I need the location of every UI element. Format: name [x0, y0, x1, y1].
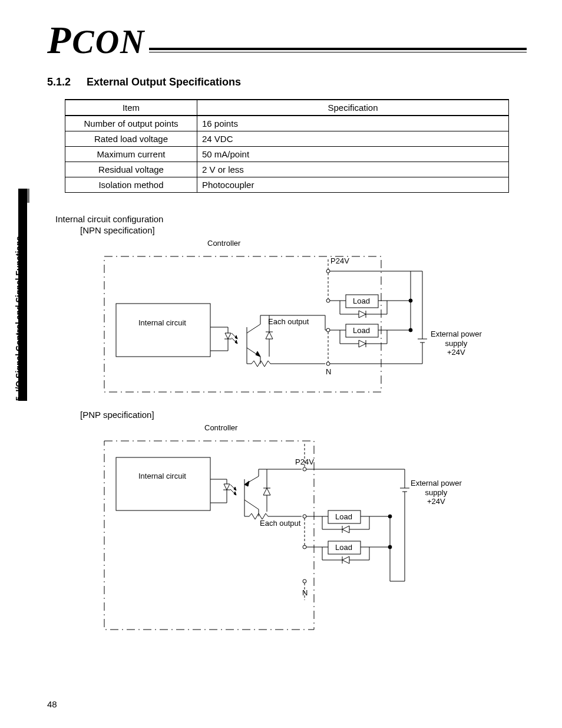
svg-marker-15 — [256, 351, 260, 357]
svg-point-26 — [326, 299, 330, 302]
header: PCON — [47, 21, 527, 60]
lbl-extpwr: External power supply +24V — [431, 330, 482, 357]
table-row: Maximum current 50 mA/point — [65, 147, 509, 162]
cell-item: Number of output points — [65, 116, 197, 131]
cell-item: Isolation method — [65, 177, 197, 193]
pnp-label: [PNP specification] — [80, 410, 527, 420]
cell-item: Residual voltage — [65, 162, 197, 177]
lbl-controller: Controller — [207, 239, 240, 248]
cell-spec: 2 V or less — [197, 162, 509, 177]
lbl-n: N — [326, 367, 331, 377]
lbl-eachout: Each output — [268, 317, 309, 327]
svg-marker-64 — [224, 484, 230, 490]
cell-spec: 50 mA/point — [197, 147, 509, 162]
cell-item: Maximum current — [65, 147, 197, 162]
svg-point-87 — [303, 545, 306, 549]
header-rule — [149, 48, 527, 52]
svg-marker-67 — [234, 487, 236, 490]
svg-rect-61 — [116, 457, 210, 510]
table-row: Residual voltage 2 V or less — [65, 162, 509, 177]
svg-point-27 — [326, 328, 330, 332]
logo: PCON — [47, 21, 146, 60]
lbl-controller2: Controller — [204, 423, 237, 433]
table-header-row: Item Specification — [65, 100, 509, 116]
svg-point-28 — [326, 362, 330, 365]
cell-item: Rated load voltage — [65, 131, 197, 147]
section-number: 5.1.2 — [47, 76, 84, 88]
section-title: 5.1.2 External Output Specifications — [47, 76, 527, 88]
lbl-load2: Load — [353, 326, 370, 335]
npn-diagram: Controller Internal circuit Each output … — [92, 239, 481, 398]
cell-spec: Photocoupler — [197, 177, 509, 193]
svg-marker-4 — [225, 333, 231, 339]
svg-rect-1 — [116, 304, 210, 357]
page-number: 48 — [47, 699, 57, 709]
lbl-p24v: P24V — [330, 256, 349, 266]
cell-spec: 16 points — [197, 116, 509, 131]
svg-point-86 — [303, 515, 306, 518]
svg-marker-112 — [342, 556, 349, 564]
config-heading: Internal circuit configuration — [55, 214, 527, 224]
lbl-p24v2: P24V — [295, 457, 314, 467]
npn-label: [NPN specification] — [80, 225, 527, 235]
lbl-internal2: Internal circuit — [138, 472, 186, 481]
svg-marker-69 — [234, 492, 236, 495]
svg-marker-79 — [263, 488, 270, 495]
table-row: Isolation method Photocoupler — [65, 177, 509, 193]
svg-marker-19 — [266, 332, 273, 339]
svg-marker-49 — [359, 311, 366, 318]
lbl-load3: Load — [335, 512, 352, 522]
pnp-diagram: Controller Internal circuit Each output … — [92, 423, 481, 635]
svg-marker-54 — [359, 340, 366, 347]
svg-line-13 — [247, 324, 260, 333]
lbl-internal: Internal circuit — [138, 318, 186, 328]
table-row: Rated load voltage 24 VDC — [65, 131, 509, 147]
svg-point-88 — [303, 579, 306, 583]
svg-marker-74 — [244, 481, 249, 486]
spec-table: Item Specification Number of output poin… — [65, 99, 509, 193]
lbl-load4: Load — [335, 543, 352, 552]
cell-spec: 24 VDC — [197, 131, 509, 147]
col-item: Item — [65, 100, 197, 116]
lbl-n2: N — [302, 588, 308, 598]
table-row: Number of output points 16 points — [65, 116, 509, 131]
svg-point-25 — [326, 269, 330, 273]
svg-line-75 — [244, 500, 259, 509]
svg-marker-7 — [235, 335, 237, 339]
section-heading: External Output Specifications — [87, 76, 241, 88]
lbl-extpwr2: External power supply +24V — [411, 479, 462, 506]
svg-marker-9 — [235, 340, 237, 344]
col-spec: Specification — [197, 100, 509, 116]
svg-point-85 — [303, 467, 306, 471]
pnp-diagram-svg — [92, 423, 481, 635]
svg-marker-107 — [342, 526, 349, 533]
lbl-load1: Load — [353, 297, 370, 306]
lbl-eachout2: Each output — [260, 519, 300, 528]
svg-point-105 — [388, 545, 392, 549]
